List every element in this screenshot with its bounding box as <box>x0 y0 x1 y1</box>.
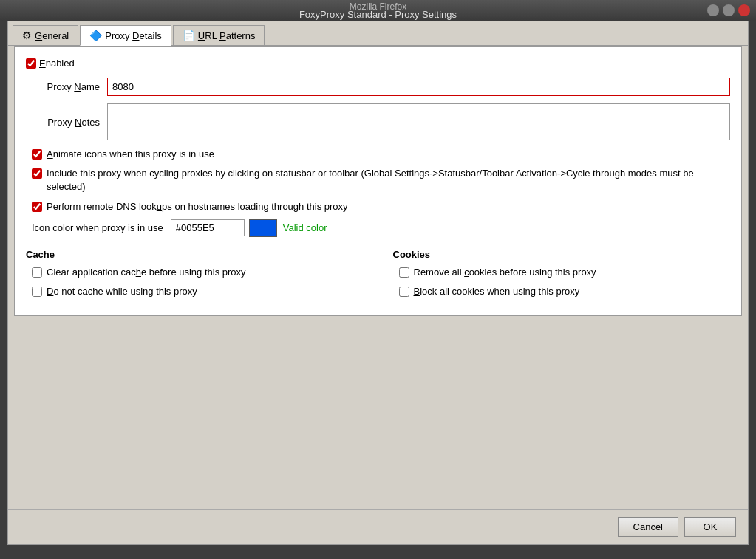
enabled-row: Enabled <box>26 58 730 69</box>
url-patterns-icon: 📄 <box>183 30 195 41</box>
no-cache-row: Do not cache while using this proxy <box>26 285 364 298</box>
animate-icons-checkbox[interactable] <box>32 149 42 160</box>
dialog-footer: Cancel OK <box>8 509 748 544</box>
include-proxy-checkbox[interactable] <box>32 168 42 179</box>
tab-url-patterns-label: URL Patterns <box>198 30 256 41</box>
enabled-checkbox[interactable] <box>26 58 36 69</box>
no-cache-label[interactable]: Do not cache while using this proxy <box>47 285 197 298</box>
enabled-label[interactable]: Enabled <box>39 58 75 69</box>
ok-button[interactable]: OK <box>684 517 736 537</box>
clear-cache-checkbox[interactable] <box>32 267 42 278</box>
no-cache-checkbox[interactable] <box>32 287 42 297</box>
block-cookies-checkbox[interactable] <box>399 287 409 297</box>
maximize-button[interactable] <box>723 4 735 16</box>
tab-content: Enabled Proxy Name 8080 Proxy Notes Anim… <box>14 46 742 316</box>
cookies-section: Cookies Remove all cookies before using … <box>393 249 731 304</box>
window-controls <box>707 4 750 16</box>
proxy-name-input[interactable]: 8080 <box>107 78 730 96</box>
block-cookies-label[interactable]: Block all cookies when using this proxy <box>414 285 580 298</box>
remove-cookies-label[interactable]: Remove all cookies before using this pro… <box>414 266 596 279</box>
include-proxy-row: Include this proxy when cycling proxies … <box>26 167 730 193</box>
block-cookies-row: Block all cookies when using this proxy <box>393 285 731 298</box>
cache-section: Cache Clear application cache before usi… <box>26 249 364 304</box>
icon-color-row: Icon color when proxy is in use #0055E5 … <box>26 219 730 237</box>
dialog: ⚙ General 🔷 Proxy Details 📄 URL Patterns… <box>7 21 749 545</box>
remote-dns-checkbox[interactable] <box>32 202 42 212</box>
proxy-details-icon: 🔷 <box>89 30 102 41</box>
app-name: Mozilla Firefox <box>350 1 406 12</box>
remove-cookies-row: Remove all cookies before using this pro… <box>393 266 731 279</box>
cancel-button[interactable]: Cancel <box>618 517 678 537</box>
proxy-notes-row: Proxy Notes <box>26 103 730 140</box>
proxy-notes-input[interactable] <box>107 103 730 140</box>
tab-general[interactable]: ⚙ General <box>13 25 78 45</box>
cache-title: Cache <box>26 249 364 260</box>
animate-icons-row: Animate icons when this proxy is in use <box>26 148 730 161</box>
tab-proxy-details-label: Proxy Details <box>105 30 162 41</box>
remove-cookies-checkbox[interactable] <box>399 267 409 278</box>
icon-color-input[interactable]: #0055E5 <box>171 219 245 236</box>
proxy-name-row: Proxy Name 8080 <box>26 78 730 96</box>
tab-url-patterns[interactable]: 📄 URL Patterns <box>173 25 265 45</box>
general-icon: ⚙ <box>22 30 32 41</box>
proxy-notes-label: Proxy Notes <box>26 117 107 128</box>
minimize-button[interactable] <box>707 4 719 16</box>
tab-proxy-details[interactable]: 🔷 Proxy Details <box>80 25 171 46</box>
proxy-name-label: Proxy Name <box>26 81 107 92</box>
sections-row: Cache Clear application cache before usi… <box>26 249 730 304</box>
color-swatch[interactable] <box>249 219 277 237</box>
clear-cache-row: Clear application cache before using thi… <box>26 266 364 279</box>
titlebar: Mozilla Firefox FoxyProxy Standard - Pro… <box>0 0 756 21</box>
icon-color-label: Icon color when proxy is in use <box>32 222 163 233</box>
clear-cache-label[interactable]: Clear application cache before using thi… <box>47 266 246 279</box>
remote-dns-label[interactable]: Perform remote DNS lookups on hostnames … <box>47 200 348 213</box>
close-button[interactable] <box>738 4 750 16</box>
include-proxy-label[interactable]: Include this proxy when cycling proxies … <box>47 167 730 193</box>
cookies-title: Cookies <box>393 249 731 260</box>
animate-icons-label[interactable]: Animate icons when this proxy is in use <box>47 148 214 161</box>
tab-bar: ⚙ General 🔷 Proxy Details 📄 URL Patterns <box>8 21 748 46</box>
valid-color-text: Valid color <box>283 222 327 233</box>
tab-general-label: General <box>35 30 69 41</box>
remote-dns-row: Perform remote DNS lookups on hostnames … <box>26 200 730 213</box>
